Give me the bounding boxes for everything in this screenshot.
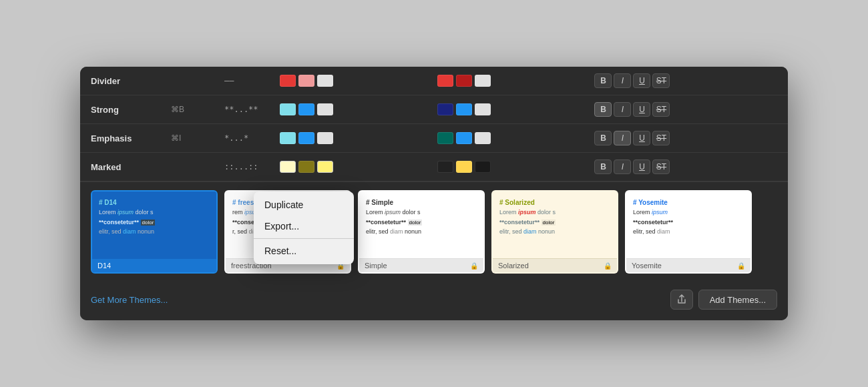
lock-icon: 🔒	[737, 262, 745, 270]
color-swatch[interactable]	[280, 161, 296, 173]
row-syntax-emphasis: *...*	[214, 124, 269, 153]
theme-label-simple: Simple	[365, 262, 387, 270]
color-swatch[interactable]	[456, 132, 472, 144]
row-syntax-strong: **...**	[214, 95, 269, 124]
theme-card-d14[interactable]: # D14 Lorem ipsum dolor s **consetetur**…	[91, 190, 218, 274]
color-swatch[interactable]	[317, 132, 333, 144]
row-shortcut-emphasis: ⌘I	[160, 124, 214, 153]
row-shortcut-strong: ⌘B	[160, 95, 214, 124]
row-light-colors-strong	[269, 95, 427, 124]
format-underline-btn[interactable]: U	[633, 159, 650, 174]
format-strike-btn[interactable]: ST	[652, 73, 670, 88]
add-themes-button[interactable]: Add Themes...	[698, 290, 777, 310]
color-swatch[interactable]	[475, 132, 491, 144]
theme-preview-d14: # D14 Lorem ipsum dolor s **consetetur**…	[92, 191, 216, 258]
theme-card-simple[interactable]: # Simple Lorem ipsum dolor s **consetetu…	[358, 190, 485, 274]
row-shortcut-divider	[160, 67, 214, 95]
format-italic-btn[interactable]: I	[614, 159, 631, 174]
row-dark-colors-marked	[427, 153, 584, 181]
share-icon	[676, 294, 687, 305]
color-swatch[interactable]	[280, 75, 296, 87]
theme-card-yosemite[interactable]: # Yosemite Lorem ipsum **consetetur** el…	[625, 190, 752, 274]
color-swatch[interactable]	[437, 132, 453, 144]
color-swatch[interactable]	[475, 161, 491, 173]
context-menu-export[interactable]: Export...	[254, 216, 354, 237]
table-row: Marked ::...::	[80, 153, 788, 181]
color-swatch[interactable]	[317, 75, 333, 87]
format-bold-btn[interactable]: B	[594, 159, 612, 174]
themes-section: # D14 Lorem ipsum dolor s **consetetur**…	[80, 181, 788, 282]
table-row: Divider ——	[80, 67, 788, 95]
styles-table: Divider ——	[80, 67, 788, 181]
table-row: Emphasis ⌘I *...*	[80, 124, 788, 153]
theme-footer-yosemite: Yosemite 🔒	[626, 258, 750, 272]
color-swatch[interactable]	[475, 75, 491, 87]
preferences-window: Divider ——	[80, 67, 788, 320]
format-strike-btn[interactable]: ST	[652, 159, 670, 174]
theme-footer-solarized: Solarized 🔒	[493, 258, 617, 272]
color-swatch[interactable]	[437, 161, 453, 173]
context-menu: Duplicate Export... Reset...	[254, 191, 354, 264]
row-dark-colors-strong	[427, 95, 584, 124]
theme-label-yosemite: Yosemite	[632, 262, 662, 270]
format-italic-btn[interactable]: I	[614, 131, 631, 145]
themes-grid: # D14 Lorem ipsum dolor s **consetetur**…	[91, 190, 777, 274]
color-swatch[interactable]	[280, 103, 296, 115]
color-swatch[interactable]	[280, 132, 296, 144]
color-swatch[interactable]	[456, 103, 472, 115]
color-swatch[interactable]	[298, 75, 314, 87]
format-italic-btn[interactable]: I	[614, 102, 631, 117]
format-strike-btn[interactable]: ST	[652, 131, 670, 145]
row-light-colors-divider	[269, 67, 427, 95]
color-swatch[interactable]	[456, 161, 472, 173]
color-swatch[interactable]	[298, 103, 314, 115]
share-button[interactable]	[670, 290, 693, 310]
row-syntax-marked: ::...::	[214, 153, 269, 181]
format-bold-btn[interactable]: B	[594, 73, 612, 88]
row-light-colors-emphasis	[269, 124, 427, 153]
theme-footer-simple: Simple 🔒	[359, 258, 483, 272]
theme-label-solarized: Solarized	[498, 262, 529, 270]
format-bold-btn[interactable]: B	[594, 102, 612, 117]
row-formats-divider: B I U ST	[584, 67, 788, 95]
get-more-themes-link[interactable]: Get More Themes...	[91, 295, 168, 305]
styles-table-section: Divider ——	[80, 67, 788, 181]
color-swatch[interactable]	[437, 103, 453, 115]
context-menu-duplicate[interactable]: Duplicate	[254, 194, 354, 216]
row-formats-emphasis: B I U ST	[584, 124, 788, 153]
theme-preview-yosemite: # Yosemite Lorem ipsum **consetetur** el…	[626, 191, 750, 258]
theme-preview-solarized: # Solarized Lorem ipsum dolor s **conset…	[493, 191, 617, 258]
format-bold-btn[interactable]: B	[594, 131, 612, 145]
bottom-right-actions: Add Themes...	[670, 290, 777, 310]
bottom-bar: Get More Themes... Add Themes...	[80, 282, 788, 320]
row-formats-marked: B I U ST	[584, 153, 788, 181]
format-underline-btn[interactable]: U	[633, 102, 650, 117]
color-swatch[interactable]	[298, 132, 314, 144]
color-swatch[interactable]	[317, 161, 333, 173]
color-swatch[interactable]	[317, 103, 333, 115]
row-light-colors-marked	[269, 153, 427, 181]
format-underline-btn[interactable]: U	[633, 73, 650, 88]
theme-label-d14: D14	[97, 262, 111, 270]
color-swatch[interactable]	[298, 161, 314, 173]
theme-card-solarized[interactable]: # Solarized Lorem ipsum dolor s **conset…	[491, 190, 618, 274]
format-strike-btn[interactable]: ST	[652, 102, 670, 117]
format-italic-btn[interactable]: I	[614, 73, 631, 88]
row-syntax-divider: ——	[214, 67, 269, 95]
table-row: Strong ⌘B **...**	[80, 95, 788, 124]
theme-preview-simple: # Simple Lorem ipsum dolor s **consetetu…	[359, 191, 483, 258]
context-menu-reset[interactable]: Reset...	[254, 240, 354, 262]
context-menu-separator	[254, 238, 354, 239]
theme-footer-d14: D14	[92, 258, 216, 272]
row-label-marked: Marked	[80, 153, 160, 181]
lock-icon: 🔒	[604, 262, 612, 270]
color-swatch[interactable]	[437, 75, 453, 87]
row-shortcut-marked	[160, 153, 214, 181]
row-label-divider: Divider	[80, 67, 160, 95]
row-dark-colors-divider	[427, 67, 584, 95]
format-underline-btn[interactable]: U	[633, 131, 650, 145]
color-swatch[interactable]	[475, 103, 491, 115]
row-dark-colors-emphasis	[427, 124, 584, 153]
color-swatch[interactable]	[456, 75, 472, 87]
row-label-strong: Strong	[80, 95, 160, 124]
